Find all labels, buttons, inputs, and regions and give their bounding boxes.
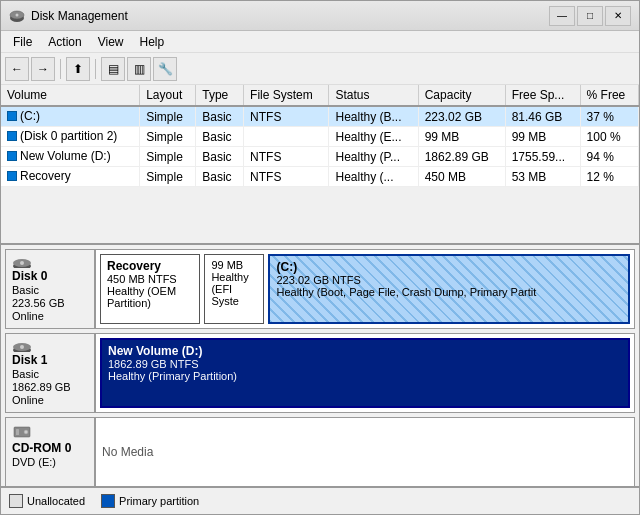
col-pct-free[interactable]: % Free xyxy=(580,85,638,106)
disk-bar-3 xyxy=(7,171,17,181)
d-partition-status: Healthy (Primary Partition) xyxy=(108,370,622,382)
legend: Unallocated Primary partition xyxy=(1,486,639,514)
disk-0-efi-partition[interactable]: 99 MB Healthy (EFI Syste xyxy=(204,254,264,324)
title-bar: Disk Management — □ ✕ xyxy=(1,1,639,31)
disk-0-recovery-partition[interactable]: Recovery 450 MB NTFS Healthy (OEM Partit… xyxy=(100,254,200,324)
vol-icon-3: Recovery xyxy=(7,169,71,183)
table-cell-1-2: Basic xyxy=(196,127,244,147)
table-header-row: Volume Layout Type File System Status Ca… xyxy=(1,85,639,106)
table-cell-0-6: 81.46 GB xyxy=(505,106,580,127)
disk-1-type: Basic xyxy=(12,368,88,380)
disk-0-c-partition[interactable]: (C:) 223.02 GB NTFS Healthy (Boot, Page … xyxy=(268,254,630,324)
disk-0-status: Online xyxy=(12,310,88,322)
toolbar: ← → ⬆ ▤ ▥ 🔧 xyxy=(1,53,639,85)
close-button[interactable]: ✕ xyxy=(605,6,631,26)
legend-primary-box xyxy=(101,494,115,508)
d-partition-size: 1862.89 GB NTFS xyxy=(108,358,622,370)
svg-point-9 xyxy=(20,345,24,349)
app-icon xyxy=(9,8,25,24)
menu-view[interactable]: View xyxy=(90,33,132,51)
recovery-partition-name: Recovery xyxy=(107,259,193,273)
window-title: Disk Management xyxy=(31,9,128,23)
disk-0-info: Disk 0 Basic 223.56 GB Online xyxy=(6,250,96,328)
table-cell-3-3: NTFS xyxy=(244,167,329,187)
col-status[interactable]: Status xyxy=(329,85,418,106)
table-cell-1-0: (Disk 0 partition 2) xyxy=(1,127,140,147)
list-button[interactable]: ▤ xyxy=(101,57,125,81)
disk-1-partitions: New Volume (D:) 1862.89 GB NTFS Healthy … xyxy=(96,334,634,412)
disk-0-name: Disk 0 xyxy=(12,269,88,283)
disk-bar-2 xyxy=(7,151,17,161)
table-cell-0-7: 37 % xyxy=(580,106,638,127)
minimize-button[interactable]: — xyxy=(549,6,575,26)
menu-file[interactable]: File xyxy=(5,33,40,51)
maximize-button[interactable]: □ xyxy=(577,6,603,26)
table-cell-3-4: Healthy (... xyxy=(329,167,418,187)
hdd-icon-1 xyxy=(12,340,32,352)
disk-panels: Disk 0 Basic 223.56 GB Online Recovery 4… xyxy=(1,245,639,486)
table-row-3[interactable]: Recovery SimpleBasicNTFSHealthy (...450 … xyxy=(1,167,639,187)
svg-point-3 xyxy=(16,13,19,16)
table-row-2[interactable]: New Volume (D:) SimpleBasicNTFSHealthy (… xyxy=(1,147,639,167)
d-partition-name: New Volume (D:) xyxy=(108,344,622,358)
forward-button[interactable]: → xyxy=(31,57,55,81)
table-cell-1-1: Simple xyxy=(140,127,196,147)
table-body: (C:) SimpleBasicNTFSHealthy (B...223.02 … xyxy=(1,106,639,187)
table-cell-3-7: 12 % xyxy=(580,167,638,187)
table-cell-3-2: Basic xyxy=(196,167,244,187)
hdd-icon-0 xyxy=(12,256,32,268)
disk-1-name: Disk 1 xyxy=(12,353,88,367)
disk-0-type: Basic xyxy=(12,284,88,296)
disk-0-size: 223.56 GB xyxy=(12,297,88,309)
properties-button[interactable]: 🔧 xyxy=(153,57,177,81)
toolbar-separator-2 xyxy=(95,59,96,79)
table-cell-1-7: 100 % xyxy=(580,127,638,147)
col-free[interactable]: Free Sp... xyxy=(505,85,580,106)
cdrom-name: CD-ROM 0 xyxy=(12,441,88,455)
title-controls: — □ ✕ xyxy=(549,6,631,26)
menu-action[interactable]: Action xyxy=(40,33,89,51)
table-row-0[interactable]: (C:) SimpleBasicNTFSHealthy (B...223.02 … xyxy=(1,106,639,127)
table-cell-2-0: New Volume (D:) xyxy=(1,147,140,167)
disk-0-partitions: Recovery 450 MB NTFS Healthy (OEM Partit… xyxy=(96,250,634,328)
disk-1-d-partition[interactable]: New Volume (D:) 1862.89 GB NTFS Healthy … xyxy=(100,338,630,408)
col-type[interactable]: Type xyxy=(196,85,244,106)
table-cell-2-3: NTFS xyxy=(244,147,329,167)
details-button[interactable]: ▥ xyxy=(127,57,151,81)
svg-rect-11 xyxy=(16,429,19,435)
disk-1-panel: Disk 1 Basic 1862.89 GB Online New Volum… xyxy=(5,333,635,413)
volumes-table: Volume Layout Type File System Status Ca… xyxy=(1,85,639,187)
table-cell-0-3: NTFS xyxy=(244,106,329,127)
cdrom-panel: CD-ROM 0 DVD (E:) No Media xyxy=(5,417,635,486)
cdrom-icon xyxy=(12,424,32,440)
cdrom-type: DVD (E:) xyxy=(12,456,88,468)
legend-unallocated-label: Unallocated xyxy=(27,495,85,507)
up-button[interactable]: ⬆ xyxy=(66,57,90,81)
col-layout[interactable]: Layout xyxy=(140,85,196,106)
col-volume[interactable]: Volume xyxy=(1,85,140,106)
table-cell-3-1: Simple xyxy=(140,167,196,187)
efi-partition-status: Healthy (EFI Syste xyxy=(211,271,257,307)
c-partition-status: Healthy (Boot, Page File, Crash Dump, Pr… xyxy=(276,286,622,298)
table-cell-0-2: Basic xyxy=(196,106,244,127)
table-cell-0-1: Simple xyxy=(140,106,196,127)
col-filesystem[interactable]: File System xyxy=(244,85,329,106)
vol-icon-2: New Volume (D:) xyxy=(7,149,111,163)
menu-help[interactable]: Help xyxy=(132,33,173,51)
legend-primary: Primary partition xyxy=(101,494,199,508)
c-partition-name: (C:) xyxy=(276,260,622,274)
recovery-partition-status: Healthy (OEM Partition) xyxy=(107,285,193,309)
table-row-1[interactable]: (Disk 0 partition 2) SimpleBasicHealthy … xyxy=(1,127,639,147)
back-button[interactable]: ← xyxy=(5,57,29,81)
table-cell-2-4: Healthy (P... xyxy=(329,147,418,167)
col-capacity[interactable]: Capacity xyxy=(418,85,505,106)
vol-icon-1: (Disk 0 partition 2) xyxy=(7,129,117,143)
table-area[interactable]: Volume Layout Type File System Status Ca… xyxy=(1,85,639,245)
menu-bar: File Action View Help xyxy=(1,31,639,53)
table-cell-3-5: 450 MB xyxy=(418,167,505,187)
table-cell-2-5: 1862.89 GB xyxy=(418,147,505,167)
table-cell-1-4: Healthy (E... xyxy=(329,127,418,147)
table-cell-3-6: 53 MB xyxy=(505,167,580,187)
table-cell-0-0: (C:) xyxy=(1,106,140,127)
legend-primary-label: Primary partition xyxy=(119,495,199,507)
